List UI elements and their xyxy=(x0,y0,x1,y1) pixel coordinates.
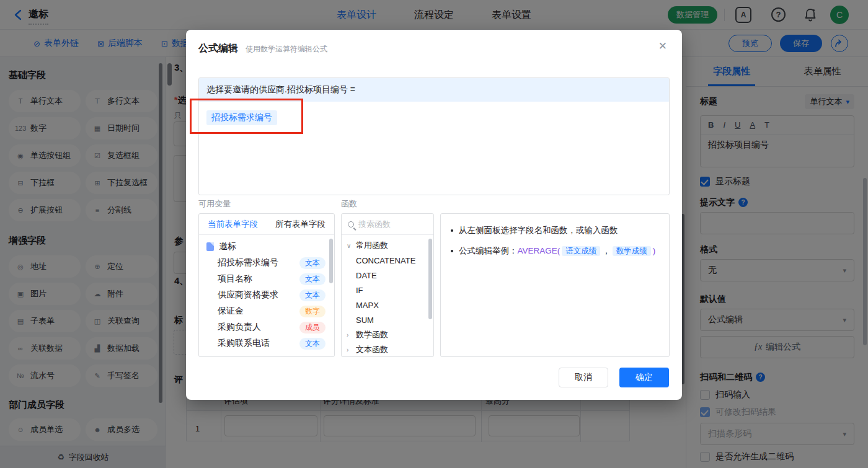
function-item[interactable]: IF xyxy=(342,283,433,298)
example-chip: 语文成绩 xyxy=(562,246,600,256)
variable-item[interactable]: 采购负责人 成员 xyxy=(199,319,334,335)
bullet-dot xyxy=(451,250,453,252)
modal-subtitle: 使用数学运算符编辑公式 xyxy=(246,44,327,55)
variable-item[interactable]: 项目名称 文本 xyxy=(199,271,334,287)
function-item[interactable]: MAPX xyxy=(342,298,433,312)
function-group[interactable]: › 数学函数 xyxy=(342,327,433,342)
variable-type-badge: 文本 xyxy=(299,273,326,285)
variable-type-badge: 文本 xyxy=(299,289,326,301)
formula-token[interactable]: 招投标需求编号 xyxy=(206,110,277,125)
variable-type-badge: 成员 xyxy=(299,322,326,333)
functions-tree: ∨ 常用函数 CONCATENATEDATEIFMAPXSUM › 数学函数 xyxy=(342,235,433,357)
function-group-label: 文本函数 xyxy=(356,344,388,355)
variables-tabs: 当前表单字段 所有表单字段 xyxy=(199,214,334,235)
example-chip: 数学成绩 xyxy=(613,246,651,256)
variables-panel: 当前表单字段 所有表单字段 邀标 招投标需求编号 文本 xyxy=(198,213,335,357)
tab-current-form-fields[interactable]: 当前表单字段 xyxy=(199,214,267,234)
variable-item[interactable]: 供应商资格要求 文本 xyxy=(199,287,334,303)
functions-scrollbar-thumb[interactable] xyxy=(428,239,432,319)
function-item[interactable]: CONCATENATE xyxy=(342,253,433,268)
confirm-button[interactable]: 确定 xyxy=(619,368,669,387)
variables-label: 可用变量 xyxy=(198,198,231,210)
help-tip-1: 从左侧面板选择字段名和函数，或输入函数 xyxy=(451,225,659,236)
variable-label: 招投标需求编号 xyxy=(218,257,299,268)
variable-label: 供应商资格要求 xyxy=(218,289,299,301)
variable-item[interactable]: 招投标需求编号 文本 xyxy=(199,255,334,271)
form-designer-app: 邀标 表单设计 流程设定 表单设置 数据管理 A ? C ⊘表单外链 ⊠后端脚本… xyxy=(0,0,868,468)
function-item[interactable]: SUM xyxy=(342,312,433,327)
tab-all-form-fields[interactable]: 所有表单字段 xyxy=(267,214,334,234)
variable-item[interactable]: 保证金 数字 xyxy=(199,303,334,319)
variables-scrollbar-thumb[interactable] xyxy=(329,239,333,283)
variable-items: 招投标需求编号 文本 项目名称 文本 供应商资格要求 文本 xyxy=(199,255,334,351)
help-tip-2: 公式编辑举例：AVERAGE(语文成绩，数学成绩) xyxy=(451,245,659,257)
function-group-label: 数学函数 xyxy=(356,329,388,340)
function-item[interactable]: DATE xyxy=(342,268,433,283)
variable-label: 采购负责人 xyxy=(218,322,299,333)
function-search-input[interactable] xyxy=(358,219,415,229)
variable-type-badge: 文本 xyxy=(299,257,326,269)
collapsed-function-groups: › 数学函数 › 文本函数 xyxy=(342,327,433,357)
modal-header: 公式编辑 使用数学运算符编辑公式 xyxy=(186,30,682,55)
variable-label: 项目名称 xyxy=(218,273,299,285)
variables-tree: 邀标 招投标需求编号 文本 项目名称 文本 xyxy=(199,235,334,355)
form-node[interactable]: 邀标 xyxy=(199,239,334,255)
functions-panel: ∨ 常用函数 CONCATENATEDATEIFMAPXSUM › 数学函数 xyxy=(341,213,434,357)
close-icon[interactable]: ✕ xyxy=(658,40,667,53)
form-file-icon xyxy=(206,242,214,251)
function-search-row xyxy=(342,214,433,235)
functions-label: 函数 xyxy=(341,198,357,210)
function-group[interactable]: › 文本函数 xyxy=(342,342,433,357)
form-node-label: 邀标 xyxy=(219,241,236,252)
formula-help-panel: 从左侧面板选择字段名和函数，或输入函数 公式编辑举例：AVERAGE(语文成绩，… xyxy=(440,213,670,357)
variable-item[interactable]: 采购联系电话 文本 xyxy=(199,335,334,351)
formula-input-area[interactable]: 招投标需求编号 xyxy=(199,102,669,195)
bullet-dot xyxy=(451,229,453,232)
chevron-collapsed-icon: › xyxy=(347,347,353,353)
variable-label: 保证金 xyxy=(218,306,299,317)
formula-editor-box: 选择要邀请的供应商.招投标项目编号 = 招投标需求编号 xyxy=(198,77,670,195)
variable-type-badge: 数字 xyxy=(299,306,326,317)
function-group-common[interactable]: ∨ 常用函数 xyxy=(342,238,433,253)
common-function-items: CONCATENATEDATEIFMAPXSUM xyxy=(342,253,433,327)
variable-type-badge: 文本 xyxy=(299,338,326,350)
formula-target-strip: 选择要邀请的供应商.招投标项目编号 = xyxy=(199,78,669,102)
modal-title: 公式编辑 xyxy=(198,42,238,55)
chevron-collapsed-icon: › xyxy=(347,332,353,338)
search-icon xyxy=(348,221,354,227)
cancel-button[interactable]: 取消 xyxy=(559,368,608,387)
chevron-expanded-icon: ∨ xyxy=(347,242,353,249)
variable-label: 采购联系电话 xyxy=(218,338,299,349)
formula-edit-modal: 公式编辑 使用数学运算符编辑公式 ✕ 选择要邀请的供应商.招投标项目编号 = 招… xyxy=(186,30,682,400)
help-example: 公式编辑举例：AVERAGE(语文成绩，数学成绩) xyxy=(459,245,655,257)
function-group-label: 常用函数 xyxy=(356,240,388,251)
